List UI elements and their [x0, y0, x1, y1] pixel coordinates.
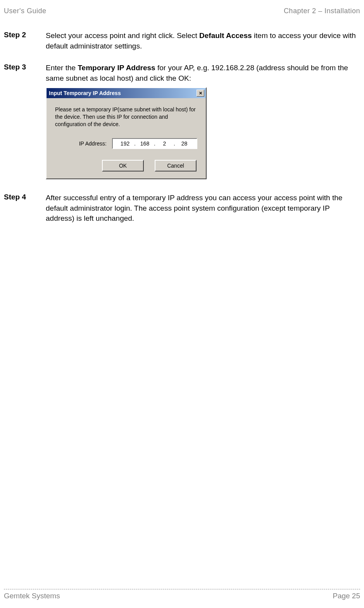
ip-dot: .	[153, 140, 156, 147]
close-icon: ✕	[199, 91, 202, 96]
dialog-body: Please set a temporary IP(same subnet wi…	[47, 98, 206, 178]
page-header: User's Guide Chapter 2 – Installation	[0, 0, 364, 15]
dialog-titlebar: Input Temporary IP Address ✕	[47, 88, 206, 98]
dialog-title: Input Temporary IP Address	[49, 90, 121, 96]
footer-left: Gemtek Systems	[4, 592, 60, 600]
step-2-text-before: Select your access point and right click…	[46, 31, 199, 40]
step-3-content: Enter the Temporary IP Address for your …	[46, 63, 360, 83]
dialog-button-row: OK Cancel	[55, 160, 197, 171]
step-3-label: Step 3	[4, 63, 46, 83]
dialog-instruction: Please set a temporary IP(same subnet wi…	[55, 106, 197, 128]
page-footer: Gemtek Systems Page 25	[0, 589, 364, 600]
step-4-label: Step 4	[4, 193, 46, 224]
header-right: Chapter 2 – Installation	[284, 7, 360, 15]
header-left: User's Guide	[4, 7, 46, 15]
step-2-bold: Default Access	[199, 31, 252, 40]
ip-seg-4: 28	[176, 140, 193, 147]
cancel-button-label: Cancel	[167, 163, 184, 169]
ip-address-input[interactable]: 192 . 168 . 2 . 28	[112, 138, 197, 149]
step-3-block: Step 3 Enter the Temporary IP Address fo…	[4, 63, 360, 83]
ip-dot: .	[133, 140, 136, 147]
ip-dot: .	[173, 140, 176, 147]
step-2-block: Step 2 Select your access point and righ…	[4, 31, 360, 51]
step-4-content: After successful entry of a temporary IP…	[46, 193, 360, 224]
step-2-content: Select your access point and right click…	[46, 31, 360, 51]
close-button[interactable]: ✕	[197, 90, 204, 97]
ip-seg-2: 168	[136, 140, 153, 147]
ip-address-label: IP Address:	[79, 140, 107, 147]
footer-right: Page 25	[333, 592, 360, 600]
ok-button-label: OK	[119, 163, 127, 169]
ip-seg-1: 192	[117, 140, 133, 147]
ip-row: IP Address: 192 . 168 . 2 . 28	[55, 138, 197, 149]
step-3-bold: Temporary IP Address	[78, 64, 155, 72]
main-content: Step 2 Select your access point and righ…	[0, 15, 364, 224]
step-3-text-before: Enter the	[46, 64, 78, 72]
footer-divider	[4, 589, 360, 589]
ip-seg-3: 2	[156, 140, 173, 147]
step-4-block: Step 4 After successful entry of a tempo…	[4, 193, 360, 224]
dialog-container: Input Temporary IP Address ✕ Please set …	[46, 87, 360, 179]
ip-dialog: Input Temporary IP Address ✕ Please set …	[46, 87, 207, 179]
cancel-button[interactable]: Cancel	[155, 160, 197, 171]
ok-button[interactable]: OK	[102, 160, 144, 171]
step-2-label: Step 2	[4, 31, 46, 51]
